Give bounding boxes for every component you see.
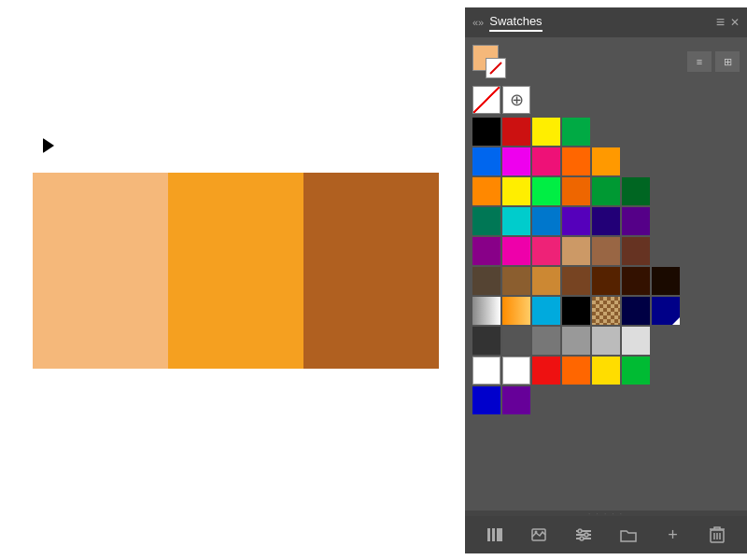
swatches-panel: «» Swatches ≡ ✕ ≡ ⊞ ⊕ bbox=[465, 7, 747, 553]
swatch-gray-gradient[interactable] bbox=[472, 297, 500, 325]
canvas-area bbox=[0, 0, 448, 560]
swatch-r5-4[interactable] bbox=[562, 237, 590, 265]
swatch-r5-5[interactable] bbox=[592, 237, 620, 265]
swatch-row-8 bbox=[472, 327, 740, 355]
swatch-r10-purple[interactable] bbox=[502, 386, 530, 414]
grid-view-button[interactable]: ⊞ bbox=[715, 51, 740, 72]
svg-line-0 bbox=[490, 63, 501, 74]
swatch-r4-1[interactable] bbox=[472, 207, 500, 235]
swatch-r6-3[interactable] bbox=[532, 267, 560, 295]
swatch-r10-blue[interactable] bbox=[472, 386, 500, 414]
swatch-r9-red[interactable] bbox=[532, 357, 560, 385]
swatch-r3-1[interactable] bbox=[472, 177, 500, 205]
swatches-grid[interactable] bbox=[465, 118, 747, 511]
svg-rect-2 bbox=[492, 528, 495, 541]
swatch-row-6 bbox=[472, 267, 740, 295]
swatch-black[interactable] bbox=[472, 118, 500, 146]
svg-point-10 bbox=[585, 533, 588, 537]
svg-point-5 bbox=[535, 531, 538, 534]
swatch-gray-5[interactable] bbox=[592, 327, 620, 355]
color-rect-dark-brown bbox=[303, 173, 439, 369]
swatch-gray-4[interactable] bbox=[562, 327, 590, 355]
swatch-white-1[interactable] bbox=[472, 357, 500, 385]
swatch-cyan[interactable] bbox=[532, 297, 560, 325]
swatch-row-2 bbox=[472, 147, 740, 175]
swatch-r6-2[interactable] bbox=[502, 267, 530, 295]
panel-title-tab: «» Swatches bbox=[472, 14, 543, 32]
swatch-r5-2[interactable] bbox=[502, 237, 530, 265]
swatch-gray-2[interactable] bbox=[502, 327, 530, 355]
swatch-r4-4[interactable] bbox=[562, 207, 590, 235]
swatch-pattern[interactable] bbox=[592, 297, 620, 325]
swatch-hotpink[interactable] bbox=[532, 147, 560, 175]
color-rect-medium-orange bbox=[168, 173, 303, 369]
cursor-icon bbox=[43, 138, 54, 153]
swatch-r4-2[interactable] bbox=[502, 207, 530, 235]
swatch-yellow[interactable] bbox=[532, 118, 560, 146]
none-swatch[interactable] bbox=[472, 86, 500, 114]
swatch-r4-5[interactable] bbox=[592, 207, 620, 235]
panel-bottom-toolbar: + bbox=[465, 516, 747, 553]
swatch-r9-yellow[interactable] bbox=[592, 357, 620, 385]
swatch-r3-6[interactable] bbox=[622, 177, 650, 205]
swatch-r6-5[interactable] bbox=[592, 267, 620, 295]
swatch-r4-6[interactable] bbox=[622, 207, 650, 235]
swatch-r6-1[interactable] bbox=[472, 267, 500, 295]
swatch-orange[interactable] bbox=[562, 147, 590, 175]
color-preview-area: ≡ ⊞ bbox=[465, 37, 747, 86]
swatch-blue[interactable] bbox=[472, 147, 500, 175]
place-button[interactable] bbox=[526, 522, 552, 548]
panel-titlebar: «» Swatches ≡ ✕ bbox=[465, 7, 747, 37]
swatch-r6-7[interactable] bbox=[652, 267, 680, 295]
view-buttons: ≡ ⊞ bbox=[687, 51, 740, 72]
swatch-red[interactable] bbox=[502, 118, 530, 146]
library-button[interactable] bbox=[482, 522, 508, 548]
swatch-row-4 bbox=[472, 207, 740, 235]
panel-close-icon[interactable]: ✕ bbox=[730, 16, 740, 29]
add-button[interactable]: + bbox=[659, 522, 685, 548]
swatch-r3-5[interactable] bbox=[592, 177, 620, 205]
swatch-r6-4[interactable] bbox=[562, 267, 590, 295]
folder-button[interactable] bbox=[615, 522, 641, 548]
swatch-row-3 bbox=[472, 177, 740, 205]
swatch-row-9 bbox=[472, 357, 740, 385]
swatch-r9-orange[interactable] bbox=[562, 357, 590, 385]
current-color-box[interactable] bbox=[472, 45, 506, 78]
crosshair-swatch[interactable]: ⊕ bbox=[502, 86, 530, 114]
swatch-magenta[interactable] bbox=[502, 147, 530, 175]
swatch-r9-green[interactable] bbox=[622, 357, 650, 385]
swatch-r5-1[interactable] bbox=[472, 237, 500, 265]
collapse-icon[interactable]: «» bbox=[472, 17, 484, 28]
swatch-r5-3[interactable] bbox=[532, 237, 560, 265]
list-view-button[interactable]: ≡ bbox=[687, 51, 712, 72]
swatch-orange-gradient[interactable] bbox=[502, 297, 530, 325]
swatch-row-10 bbox=[472, 386, 740, 414]
swatch-r3-3[interactable] bbox=[532, 177, 560, 205]
panel-controls: ≡ ✕ bbox=[716, 14, 740, 31]
swatch-r3-4[interactable] bbox=[562, 177, 590, 205]
settings-button[interactable] bbox=[571, 522, 597, 548]
swatch-green[interactable] bbox=[562, 118, 590, 146]
swatch-r4-3[interactable] bbox=[532, 207, 560, 235]
swatch-r6-6[interactable] bbox=[622, 267, 650, 295]
swatch-white-2[interactable] bbox=[502, 357, 530, 385]
swatch-r3-2[interactable] bbox=[502, 177, 530, 205]
panel-title: Swatches bbox=[489, 14, 542, 32]
special-swatches-row: ⊕ bbox=[465, 86, 747, 118]
color-rect-light-orange bbox=[33, 173, 168, 369]
swatch-gray-1[interactable] bbox=[472, 327, 500, 355]
swatch-gray-6[interactable] bbox=[622, 327, 650, 355]
delete-button[interactable] bbox=[704, 522, 730, 548]
panel-menu-icon[interactable]: ≡ bbox=[716, 14, 725, 31]
swatch-row-1 bbox=[472, 118, 740, 146]
swatch-navy[interactable] bbox=[652, 297, 680, 325]
swatch-dark-navy[interactable] bbox=[622, 297, 650, 325]
background-color[interactable] bbox=[486, 58, 506, 78]
swatch-dark-orange[interactable] bbox=[592, 147, 620, 175]
swatch-gray-3[interactable] bbox=[532, 327, 560, 355]
swatch-black-2[interactable] bbox=[562, 297, 590, 325]
svg-rect-1 bbox=[487, 528, 490, 541]
swatch-r5-6[interactable] bbox=[622, 237, 650, 265]
color-display bbox=[33, 173, 439, 369]
swatch-row-5 bbox=[472, 237, 740, 265]
